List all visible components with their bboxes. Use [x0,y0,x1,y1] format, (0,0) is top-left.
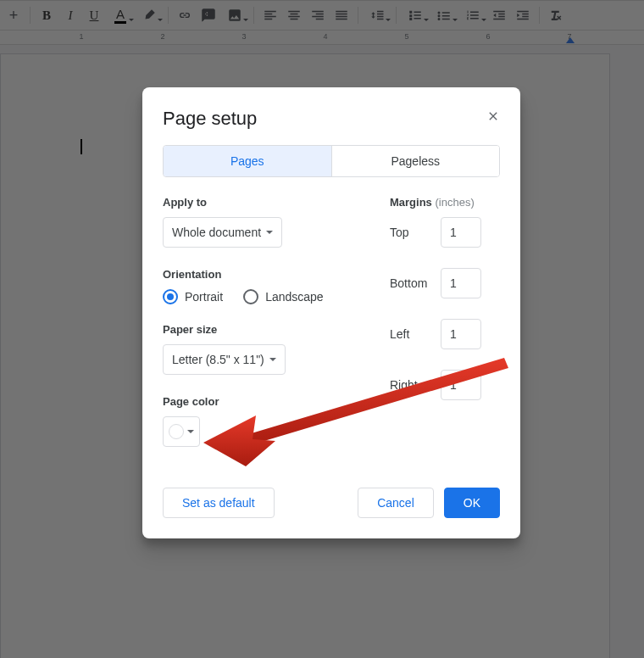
close-button[interactable] [483,106,503,126]
chevron-down-icon [187,430,194,433]
ok-button[interactable]: OK [444,488,500,518]
chevron-down-icon [269,358,276,361]
margin-bottom-input[interactable] [441,268,481,298]
paper-size-label: Paper size [163,323,339,336]
portrait-label: Portrait [185,290,223,304]
margin-bottom-label: Bottom [390,276,441,290]
color-preview-circle [169,424,184,439]
apply-to-value: Whole document [172,226,261,239]
chevron-down-icon [266,231,273,234]
left-column: Apply to Whole document Orientation Port… [163,196,339,447]
tab-pages[interactable]: Pages [164,146,331,176]
dialog-title: Page setup [163,108,500,130]
paper-size-dropdown[interactable]: Letter (8.5" x 11") [163,344,286,375]
landscape-label: Landscape [265,290,324,304]
margin-top-input[interactable] [441,217,481,248]
orientation-label: Orientation [163,268,339,281]
margin-left-input[interactable] [441,319,481,349]
margin-right-label: Right [390,378,441,392]
paper-size-value: Letter (8.5" x 11") [172,353,264,366]
orientation-portrait-radio[interactable]: Portrait [163,289,223,304]
page-color-dropdown[interactable] [163,416,200,447]
orientation-landscape-radio[interactable]: Landscape [243,289,324,304]
tab-pageless[interactable]: Pageless [331,146,500,176]
cancel-button[interactable]: Cancel [358,488,434,518]
margin-left-label: Left [390,327,441,341]
margin-right-input[interactable] [441,370,481,400]
apply-to-label: Apply to [163,196,339,209]
margins-label: Margins (inches) [390,196,500,209]
close-icon [486,109,500,123]
page-color-label: Page color [163,395,339,408]
apply-to-dropdown[interactable]: Whole document [163,217,282,248]
set-default-button[interactable]: Set as default [163,488,275,518]
page-setup-dialog: Page setup Pages Pageless Apply to Whole… [142,87,520,538]
right-column: Margins (inches) Top Bottom Left Right [390,196,500,447]
mode-tabs: Pages Pageless [163,145,500,177]
margin-top-label: Top [390,226,441,239]
